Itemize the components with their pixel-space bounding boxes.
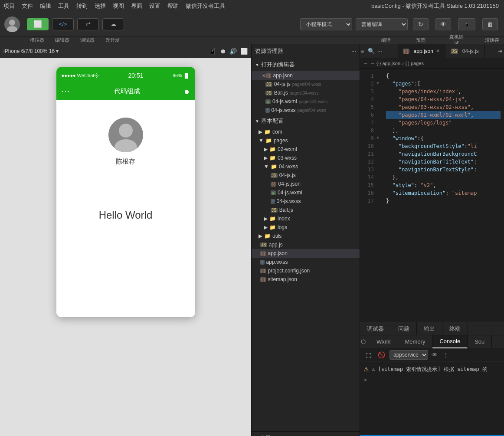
user-name: 陈根存 [116, 157, 135, 166]
folder-04wxss[interactable]: ▼ 📁 04-wxss [252, 162, 360, 171]
close-tab-app-json[interactable]: ✕ [436, 48, 440, 54]
file-04jsjson[interactable]: {·} 04-js.json [252, 180, 360, 188]
code-line-16: "sitemapLocation": "sitemap [386, 189, 501, 197]
main-area: iPhone 6/7/8 100% 16 ▾ 📱 ⏺ 🔊 ⬜ ●●●●● WeC… [0, 44, 504, 436]
sub-tab-memory[interactable]: Memory [398, 335, 433, 348]
code-line-12: "navigationBarTitleText": [386, 158, 501, 166]
record-icon[interactable]: ⏺ [220, 48, 226, 55]
debugger-button[interactable]: ⇄ [77, 18, 99, 30]
folder-index[interactable]: ▶ 📁 index [252, 214, 360, 223]
code-line-9: "window":{ [386, 134, 501, 142]
menu-item-view[interactable]: 视图 [113, 2, 124, 10]
folder-icon-pages: 📁 [265, 138, 272, 144]
preview-button[interactable]: 👁 [435, 18, 451, 30]
open-editors-section[interactable]: ▼ 打开的编辑器 [252, 58, 360, 71]
cloud-button[interactable]: ☁ [102, 18, 124, 30]
compile-button[interactable]: ↻ [413, 18, 429, 30]
tab-04js[interactable]: JS 04-js.js [445, 44, 484, 58]
debugger-main-tabs: 调试器 问题 输出 终端 [360, 322, 504, 335]
clear-console-icon[interactable]: 🚫 [376, 351, 386, 358]
fold-window[interactable]: ▼ [376, 134, 383, 142]
folder-icon-index: 📁 [269, 216, 276, 222]
folder-logs[interactable]: ▶ 📁 logs [252, 223, 360, 232]
close-app-json[interactable]: ✕ [262, 73, 265, 78]
open-file-04js[interactable]: JS 04-js.js pages\04-wxss [252, 80, 360, 89]
app-title: basicConfig - 微信开发者工具 Stable 1.03.210115… [371, 2, 499, 10]
folder-02wxml[interactable]: ▶ 📁 02-wxml [252, 145, 360, 154]
more-icon[interactable]: ··· [376, 44, 386, 58]
cloud-label: 云开发 [101, 37, 123, 43]
debug-tab-debugger[interactable]: 调试器 [360, 322, 391, 335]
folder-utils[interactable]: ▶ 📁 utils [252, 232, 360, 240]
resource-manager-label: 资源管理器 [255, 47, 283, 55]
menu-item-file[interactable]: 文件 [22, 2, 33, 10]
menu-item-select[interactable]: 选择 [95, 2, 106, 10]
phone-content: 陈根存 Hello World [56, 100, 195, 317]
file-04jswxml[interactable]: ◈ 04-js.wxml [252, 188, 360, 197]
user-avatar [108, 118, 143, 152]
breadcrumb-back[interactable]: ← [363, 61, 368, 66]
menu-item-goto[interactable]: 转到 [76, 2, 88, 10]
code-area: 1 2 3 4 5 6 7 8 9 10 11 12 13 14 15 16 1 [360, 69, 504, 322]
basic-config-section[interactable]: ▼ 基本配置 [252, 115, 360, 128]
file-appjson[interactable]: {·} app.json [252, 249, 360, 258]
split-icon[interactable]: ⇥ [498, 48, 502, 54]
menu-item-project[interactable]: 项目 [3, 2, 15, 10]
menu-item-help[interactable]: 帮助 [167, 2, 179, 10]
debug-tab-output[interactable]: 输出 [417, 322, 442, 335]
folder-03wxss[interactable]: ▶ 📁 03-wxss [252, 154, 360, 162]
simulator-button[interactable]: ⬜ [27, 18, 49, 30]
file-balljs[interactable]: JS Ball.js [252, 206, 360, 214]
fold-pages[interactable]: ▼ [376, 80, 383, 88]
real-debug-button[interactable]: 📱 [458, 18, 475, 30]
editor-area: ≡ 🔍 ··· {·} app.json ✕ JS 04-j [360, 44, 504, 322]
file-sitemap-json[interactable]: {·} sitemap.json [252, 275, 360, 284]
nav-dots[interactable]: ··· [62, 87, 71, 96]
editor-button[interactable]: </> [52, 18, 74, 30]
filetree-more-icon[interactable]: ··· [351, 48, 356, 54]
phone-icon[interactable]: 📱 [209, 48, 216, 55]
menu-item-wechat[interactable]: 微信开发者工具 [186, 2, 225, 10]
mode-select[interactable]: 小程序模式 [300, 18, 352, 30]
inspect-icon[interactable]: ⬡ [360, 335, 370, 348]
menu-item-edit[interactable]: 编辑 [40, 2, 51, 10]
open-file-04wxml[interactable]: ◈ 04-js.wxml pages\04-wxss [252, 97, 360, 106]
tab-app-json[interactable]: {·} app.json ✕ [398, 44, 445, 58]
expand-icon[interactable]: ⬜ [240, 48, 248, 55]
device-label[interactable]: iPhone 6/7/8 100% 16 ▾ [3, 48, 59, 54]
breadcrumb-forward[interactable]: → [370, 61, 375, 66]
console-prompt[interactable]: > [363, 375, 501, 385]
code-line-11: "navigationBarBackgroundC [386, 150, 501, 158]
folder-pages[interactable]: ▼ 📁 pages [252, 136, 360, 145]
folder-com[interactable]: ▶ 📁 com [252, 128, 360, 136]
stop-icon[interactable]: ⬚ [363, 351, 373, 358]
menu-item-settings[interactable]: 设置 [149, 2, 160, 10]
file-04jsjs[interactable]: JS 04-js.js [252, 171, 360, 180]
file-04jswxss[interactable]: # 04-js.wxss [252, 197, 360, 206]
volume-icon[interactable]: 🔊 [229, 48, 237, 55]
sub-tab-console[interactable]: Console [432, 335, 468, 348]
open-file-app-json[interactable]: ✕ {·} app.json [252, 71, 360, 80]
context-select[interactable]: appservice [389, 350, 428, 360]
eye-icon[interactable]: 👁 [432, 351, 438, 358]
file-project-config-json[interactable]: {·} project.config.json [252, 266, 360, 275]
debug-tab-issues[interactable]: 问题 [391, 322, 417, 335]
file-appjs[interactable]: JS app.js [252, 240, 360, 249]
compile-select[interactable]: 普通编译 [356, 18, 408, 30]
sub-tab-sources[interactable]: Sou [468, 335, 492, 348]
avatar[interactable] [4, 16, 20, 32]
menu-item-tools[interactable]: 工具 [58, 2, 69, 10]
sub-tab-wxml[interactable]: Wxml [370, 335, 398, 348]
open-file-04wxss[interactable]: # 04-js.wxss pages\04-wxss [252, 106, 360, 115]
open-file-ball-js[interactable]: JS Ball.js pages\04-wxss [252, 89, 360, 97]
clear-cache-button[interactable]: 🗑 [482, 18, 498, 30]
code-content[interactable]: { "pages":[ "pages/index/index", "pages/… [383, 69, 504, 322]
file-appwxss[interactable]: # app.wxss [252, 258, 360, 266]
file-tree-footer[interactable]: ▶ 大纲 [252, 431, 360, 436]
search-icon[interactable]: 🔍 [367, 44, 376, 58]
menu-item-interface[interactable]: 界面 [131, 2, 142, 10]
debug-tab-terminal[interactable]: 终端 [442, 322, 468, 335]
more-debug-icon[interactable]: ⋮ [441, 351, 451, 358]
clear-label: 清缓存 [484, 37, 500, 43]
collapse-icon[interactable]: ≡ [360, 44, 367, 58]
